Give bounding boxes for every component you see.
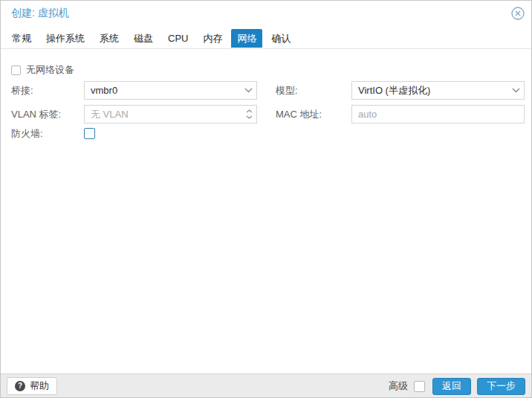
back-button[interactable]: 返回 [432,378,471,395]
tab-general[interactable]: 常规 [6,29,37,48]
vlan-spinner-field[interactable] [84,105,257,123]
tab-os[interactable]: 操作系统 [40,29,91,48]
tab-confirm[interactable]: 确认 [265,29,296,48]
advanced-label: 高级 [389,379,408,393]
bridge-label: 桥接: [11,81,33,100]
chevron-up-icon [246,109,253,113]
help-button[interactable]: ? 帮助 [7,377,57,395]
tab-memory[interactable]: 内存 [197,29,228,48]
tab-bar: 常规 操作系统 系统 磁盘 CPU 内存 网络 确认 [1,28,531,49]
firewall-label: 防火墙: [11,124,43,143]
network-form: 无网络设备 桥接: 模型: VLAN 标签: MAC 地址: 防火墙: [1,50,531,373]
advanced-checkbox[interactable] [414,381,425,392]
model-combo[interactable] [351,81,525,100]
chevron-down-icon[interactable] [240,82,256,99]
chevron-down-icon[interactable] [507,82,524,99]
bridge-combo[interactable] [84,81,257,100]
spinner-arrows[interactable] [241,106,256,123]
close-icon[interactable] [511,7,525,20]
mac-label: MAC 地址: [276,105,322,123]
no-network-device-checkbox[interactable]: 无网络设备 [11,63,74,77]
model-input[interactable] [352,82,507,99]
dialog-header: 创建: 虚拟机 [1,1,531,28]
tab-system[interactable]: 系统 [94,29,125,48]
page-title: 创建: 虚拟机 [11,7,69,20]
mac-field[interactable] [351,105,525,123]
create-vm-dialog: { "dialog": { "title": "创建: 虚拟机" }, "ico… [0,0,532,398]
footer-toolbar: ? 帮助 高级 返回 下一步 [1,373,531,398]
bridge-input[interactable] [85,82,240,99]
checkbox-box[interactable] [11,65,21,75]
help-button-label: 帮助 [30,379,49,393]
mac-input[interactable] [352,106,524,123]
next-button[interactable]: 下一步 [477,378,525,395]
tab-network[interactable]: 网络 [231,29,262,48]
no-network-device-label: 无网络设备 [26,63,74,77]
tab-disks[interactable]: 磁盘 [128,29,159,48]
vlan-label: VLAN 标签: [11,105,61,123]
chevron-down-icon [246,115,253,119]
model-label: 模型: [276,81,298,100]
vlan-input[interactable] [85,106,241,123]
question-circle-icon: ? [15,381,25,391]
tab-cpu[interactable]: CPU [162,29,194,48]
firewall-checkbox[interactable] [84,128,95,139]
